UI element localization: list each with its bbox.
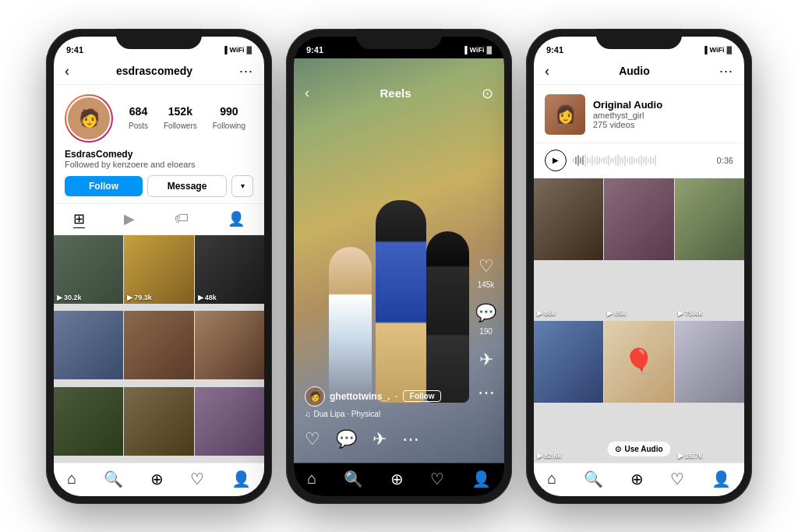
audio-count-4: ▶82.6k xyxy=(537,452,562,460)
grid-item-1[interactable]: ▶30.2k xyxy=(54,235,123,305)
audio-track-name: Original Audio xyxy=(593,99,733,111)
signal-icon-3: ▐ xyxy=(702,46,707,54)
notch-1 xyxy=(116,29,202,49)
share-icon: ✈ xyxy=(479,350,493,370)
grid-item-8[interactable] xyxy=(124,387,193,456)
reels-title: Reels xyxy=(380,86,411,100)
dropdown-button[interactable]: ▾ xyxy=(231,175,253,197)
send-bottom-icon[interactable]: ✈ xyxy=(373,429,387,449)
profile-screen: ‹ esdrascomedy ··· 🧑 684 Posts xyxy=(54,58,264,496)
tab-tagged[interactable]: 🏷 xyxy=(175,210,189,228)
nav-search-3[interactable]: 🔍 xyxy=(584,470,603,488)
wifi-icon-3: WiFi xyxy=(710,46,725,54)
reels-header: ‹ Reels ⊙ xyxy=(294,80,504,107)
status-icons-3: ▐ WiFi ▓ xyxy=(702,46,732,54)
nav-heart-3[interactable]: ♡ xyxy=(670,470,684,488)
followers-stat: 152k Followers xyxy=(164,105,197,132)
more-action[interactable]: ⋯ xyxy=(478,382,495,403)
tab-reels[interactable]: ▶ xyxy=(124,210,135,228)
status-icons-2: ▐ WiFi ▓ xyxy=(462,46,492,54)
reels-follow-button[interactable]: Follow xyxy=(403,390,442,402)
phone-profile: 9:41 ▐ WiFi ▓ ‹ esdrascomedy ··· 🧑 xyxy=(46,29,272,504)
phone-reels: 9:41 ▐ WiFi ▓ xyxy=(286,29,512,504)
nav-heart-2[interactable]: ♡ xyxy=(430,470,444,488)
reels-camera-button[interactable]: ⊙ xyxy=(482,85,493,102)
bottom-nav-1: ⌂ 🔍 ⊕ ♡ 👤 xyxy=(54,463,264,496)
audio-grid-item-6[interactable]: ▶15.7k xyxy=(675,321,744,463)
share-action[interactable]: ✈ xyxy=(479,350,493,370)
profile-grid: ▶30.2k ▶79.3k ▶48k xyxy=(54,235,264,463)
nav-heart-1[interactable]: ♡ xyxy=(190,470,204,488)
more-options-button[interactable]: ··· xyxy=(239,63,253,79)
reel-video[interactable]: ‹ Reels ⊙ 🧑 ghettotwins_. · Follow xyxy=(294,58,504,496)
nav-search-1[interactable]: 🔍 xyxy=(104,470,123,488)
tab-grid[interactable]: ⊞ xyxy=(73,210,85,228)
bottom-nav-2: ⌂ 🔍 ⊕ ♡ 👤 xyxy=(294,463,504,496)
signal-icon: ▐ xyxy=(222,46,227,54)
nav-home-3[interactable]: ⌂ xyxy=(547,470,556,488)
play-button[interactable]: ▶ xyxy=(545,150,567,171)
audio-duration: 0:36 xyxy=(717,156,733,165)
audio-waveform xyxy=(573,153,711,168)
tab-saved[interactable]: 👤 xyxy=(228,210,245,228)
bottom-nav-3: ⌂ 🔍 ⊕ ♡ 👤 xyxy=(534,463,744,496)
nav-profile-3[interactable]: 👤 xyxy=(711,470,731,488)
nav-home-1[interactable]: ⌂ xyxy=(67,470,76,488)
audio-grid-item-2[interactable]: ▶65k xyxy=(604,178,673,320)
reel-content xyxy=(329,185,469,403)
signal-icon-2: ▐ xyxy=(462,46,467,54)
nav-add-3[interactable]: ⊕ xyxy=(630,470,644,488)
message-button[interactable]: Message xyxy=(147,175,227,197)
music-text: Dua Lipa · Physical xyxy=(314,410,381,418)
use-audio-button[interactable]: ⊙ Use Audio xyxy=(607,442,670,456)
nav-add-1[interactable]: ⊕ xyxy=(150,470,164,488)
audio-grid-item-4[interactable]: ▶82.6k xyxy=(534,321,603,463)
comment-icon: 💬 xyxy=(475,303,496,323)
back-button[interactable]: ‹ xyxy=(65,63,69,79)
following-label: Following xyxy=(213,122,245,130)
reels-screen: ‹ Reels ⊙ 🧑 ghettotwins_. · Follow xyxy=(294,58,504,496)
avatar-ring[interactable]: 🧑 xyxy=(65,94,113,143)
follow-button[interactable]: Follow xyxy=(65,176,143,196)
reels-user-avatar: 🧑 xyxy=(305,386,325,407)
grid-item-4[interactable] xyxy=(54,311,123,380)
more-bottom-icon[interactable]: ⋯ xyxy=(402,429,419,449)
phone-audio: 9:41 ▐ WiFi ▓ ‹ Audio ··· 👩 xyxy=(526,29,752,504)
battery-icon: ▓ xyxy=(246,46,252,54)
audio-title: Audio xyxy=(619,65,650,77)
grid-item-2[interactable]: ▶79.3k xyxy=(124,235,193,305)
audio-video-count: 275 videos xyxy=(593,120,733,129)
audio-grid-item-1[interactable]: ▶86k xyxy=(534,178,603,320)
audio-back-button[interactable]: ‹ xyxy=(545,63,549,79)
person-left xyxy=(329,247,372,403)
comment-action[interactable]: 💬 190 xyxy=(475,303,496,337)
audio-grid-item-5[interactable]: 🎈 ⊙ Use Audio xyxy=(604,321,673,463)
audio-grid: ▶86k ▶65k ▶75.4k ▶82.6k xyxy=(534,178,744,463)
like-count: 145k xyxy=(478,280,495,289)
comment-count: 190 xyxy=(479,327,493,336)
heart-bottom-icon[interactable]: ♡ xyxy=(305,429,320,449)
grid-item-5[interactable] xyxy=(124,311,193,380)
nav-search-2[interactable]: 🔍 xyxy=(344,470,363,488)
phone-1-screen: 9:41 ▐ WiFi ▓ ‹ esdrascomedy ··· 🧑 xyxy=(54,37,264,496)
reels-music: ♫ Dua Lipa · Physical xyxy=(305,410,457,418)
status-time-2: 9:41 xyxy=(306,45,323,55)
comment-bottom-icon[interactable]: 💬 xyxy=(336,429,357,449)
followed-by: Followed by kenzoere and eloears xyxy=(65,160,253,169)
audio-grid-item-3[interactable]: ▶75.4k xyxy=(675,178,744,320)
nav-add-2[interactable]: ⊕ xyxy=(390,470,404,488)
reels-info: 🧑 ghettotwins_. · Follow ♫ Dua Lipa · Ph… xyxy=(305,386,457,418)
profile-tabs: ⊞ ▶ 🏷 👤 xyxy=(54,203,264,235)
grid-item-3[interactable]: ▶48k xyxy=(195,235,264,305)
nav-profile-1[interactable]: 👤 xyxy=(231,470,251,488)
audio-more-button[interactable]: ··· xyxy=(719,63,733,79)
reels-back-button[interactable]: ‹ xyxy=(305,85,309,101)
like-action[interactable]: ♡ 145k xyxy=(478,256,495,291)
nav-home-2[interactable]: ⌂ xyxy=(307,470,316,488)
grid-item-7[interactable] xyxy=(54,387,123,456)
nav-profile-2[interactable]: 👤 xyxy=(471,470,491,488)
more-icon: ⋯ xyxy=(478,382,495,403)
grid-item-6[interactable] xyxy=(195,311,264,380)
reels-user: 🧑 ghettotwins_. · Follow xyxy=(305,386,457,407)
grid-item-9[interactable] xyxy=(195,387,264,456)
